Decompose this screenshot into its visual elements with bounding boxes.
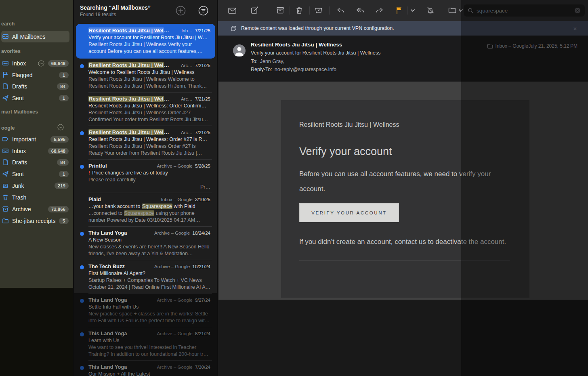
sidebar-item-label: Inbox [12, 148, 45, 154]
email-list-item[interactable]: This Land YogaArchive – Google10/24/24 A… [74, 226, 217, 260]
email-preview: Resilient Roots Jiu Jitsu | Wellness Ord… [88, 143, 210, 157]
paper-plane-icon [2, 170, 9, 177]
mute-button[interactable] [426, 6, 436, 15]
email-subject: First Millionaire AI Agent? [88, 271, 210, 276]
sidebar-item-all-mailboxes[interactable]: All Mailboxes [1, 31, 69, 42]
reply-all-button[interactable] [355, 6, 366, 15]
email-date: 10/24/24 [192, 231, 210, 235]
message-header: Resilient Roots Jiu Jitsu | Wellness Ver… [218, 36, 588, 82]
sidebar-item-junk[interactable]: Junk 219 [1, 180, 69, 191]
filter-button[interactable] [198, 5, 209, 16]
unread-dot-icon [80, 366, 84, 370]
email-list-item[interactable]: PlaidInbox – Google3/10/25 …your bank ac… [74, 193, 217, 226]
delete-button[interactable] [294, 6, 305, 15]
email-date: 7/21/25 [195, 97, 210, 101]
email-mailbox: Arc… [181, 63, 193, 68]
count-badge: 84 [57, 83, 69, 90]
archive-box-icon [2, 206, 9, 212]
unread-dot-icon [80, 332, 84, 336]
search-results-count: Found 19 results [80, 12, 116, 17]
flag-button[interactable] [395, 6, 405, 15]
message-list-header: Searching “All Mailboxes” Found 19 resul… [74, 0, 217, 22]
to-recipient[interactable]: Jenn Gray, [260, 59, 284, 64]
email-mailbox: Archive – Google [157, 298, 192, 302]
inbox-tray-icon [2, 147, 9, 154]
unread-dot-icon [80, 299, 84, 303]
important-label-icon [2, 136, 9, 143]
unread-dot-icon [80, 232, 84, 236]
banner-text: Remote content was loaded through your c… [241, 25, 394, 31]
email-subject: Resilient Roots Jiu Jitsu | Wellness: Or… [88, 103, 210, 109]
email-list-item[interactable]: Resilient Roots Jiu Jitsu | Wel…Arc…7/21… [74, 59, 217, 92]
compose-button[interactable] [250, 6, 260, 15]
unread-dot-icon [80, 265, 84, 269]
reply-button[interactable] [336, 6, 346, 15]
forward-button[interactable] [375, 6, 385, 15]
email-mailbox: Archive – Google [157, 164, 192, 168]
sidebar-section-google: oogle [1, 124, 70, 132]
email-heading: Verify your account [299, 145, 392, 158]
verify-account-button[interactable]: VERIFY YOUR ACCOUNT [299, 203, 399, 222]
sidebar-item-archive[interactable]: Archive 72,866 [1, 203, 69, 215]
reply-icon [336, 6, 345, 15]
sidebar-item-google-drafts[interactable]: Drafts 84 [1, 156, 69, 168]
sidebar-item-trash[interactable]: Trash [1, 191, 69, 203]
email-subject: Learn with Us [88, 338, 210, 343]
reading-pane: squarespace Remote content was loaded th… [218, 0, 588, 376]
count-badge: 5 [59, 218, 69, 224]
filter-circle-icon [198, 5, 209, 16]
email-html-background: Resilient Roots Jiu Jitsu | Wellness Ver… [218, 82, 588, 300]
email-date: 5/28/25 [195, 164, 210, 168]
chevron-down-icon [458, 9, 463, 12]
mailbox-tray-icon [2, 33, 9, 40]
junk-button[interactable] [314, 6, 324, 15]
flag-icon [395, 6, 404, 15]
email-mailbox: Archive – Google [157, 331, 192, 336]
sidebar-item-label: Inbox [12, 60, 34, 67]
remote-content-banner: Remote content was loaded through your c… [218, 21, 588, 36]
sidebar-item-google-sent[interactable]: Sent 1 [1, 168, 69, 180]
email-list-item[interactable]: The Tech BuzzArchive – Google10/21/24 Fi… [74, 260, 217, 293]
count-badge: 84 [57, 159, 69, 166]
move-to-folder-button[interactable] [447, 6, 458, 15]
sidebar-item-label: Important [12, 136, 47, 143]
reply-to-address[interactable]: no-reply@squarespace.info [275, 67, 336, 72]
email-list-item[interactable]: Resilient Roots Jiu Jitsu | Wel…Arc…7/21… [74, 126, 217, 159]
toolbar-separator [309, 6, 310, 15]
banner-close-button[interactable]: × [571, 24, 579, 32]
email-list-item[interactable]: Resilient Roots Jiu Jitsu | Wel…Arc…7/21… [74, 92, 217, 126]
archive-button[interactable] [275, 6, 286, 15]
message-replyto-line: Reply-To:no-reply@squarespace.info [251, 67, 336, 72]
email-list-item[interactable]: This Land YogaArchive – Google9/27/24 Se… [74, 293, 217, 327]
save-search-button[interactable] [175, 5, 186, 16]
email-date: 9/27/24 [195, 298, 210, 302]
sidebar-item-drafts[interactable]: Drafts 84 [1, 80, 69, 92]
email-list-item[interactable]: This Land YogaArchive – Google7/30/24 Ou… [74, 360, 217, 376]
sidebar-item-sent[interactable]: Sent 1 [1, 92, 69, 104]
email-preview: New classes & events are here!!! A New S… [88, 244, 210, 257]
sync-activity-icon[interactable] [57, 124, 64, 131]
sidebar-item-google-inbox[interactable]: Inbox 68,648 [1, 145, 69, 157]
email-date: 3/10/25 [195, 197, 210, 202]
sidebar-item-flagged[interactable]: Flagged 1 [1, 69, 69, 81]
search-input[interactable]: squarespace [464, 4, 585, 17]
email-date: 8/21/24 [195, 331, 210, 336]
message-list-pane: Searching “All Mailboxes” Found 19 resul… [74, 0, 217, 376]
plus-circle-icon [175, 5, 186, 16]
sidebar-item-inbox[interactable]: Inbox 68,648 [1, 57, 69, 69]
email-preview-overflow: Pr… [88, 184, 210, 190]
search-scope-title: Searching “All Mailboxes” [80, 4, 151, 11]
email-subject: Settle Into Fall with Us [88, 304, 210, 310]
email-list-item[interactable]: This Land YogaArchive – Google8/21/24 Le… [74, 327, 217, 360]
email-list-item[interactable]: Resilient Roots Jiu Jitsu | Wel…Inb…7/21… [76, 24, 215, 59]
email-footer-text: If you didn’t create an account, contact… [299, 238, 506, 246]
email-list-item[interactable]: PrintfulArchive – Google5/28/25 !Price c… [74, 159, 217, 193]
sync-activity-icon[interactable] [38, 60, 45, 67]
sidebar-item-she-jitsu-receipts[interactable]: She-jitsu receipts 5 [1, 215, 69, 227]
alert-exclamation-icon: ! [88, 170, 90, 176]
sidebar-item-important[interactable]: Important 5,595 [1, 133, 69, 145]
get-mail-button[interactable] [227, 6, 238, 15]
clear-search-icon[interactable] [574, 7, 581, 14]
flag-menu-chevron[interactable] [410, 6, 417, 15]
toolbar-separator [407, 6, 407, 15]
